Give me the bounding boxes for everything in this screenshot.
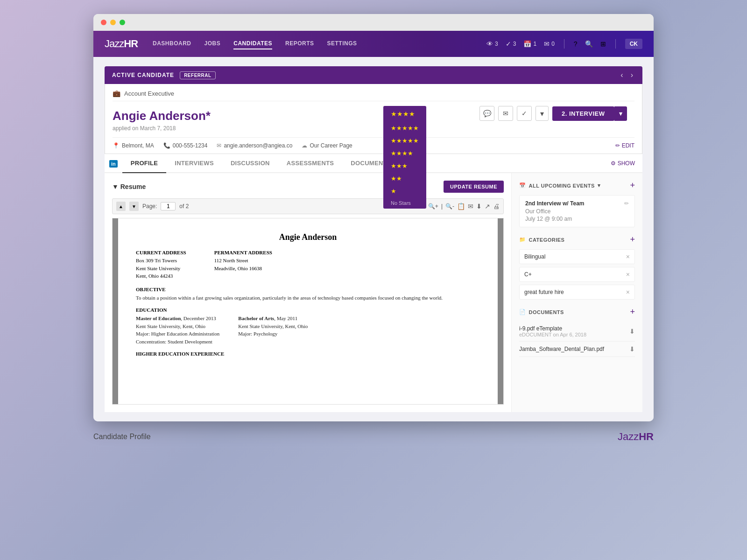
nav-divider [564,39,564,49]
calendar-icon: 📅 [523,40,531,48]
update-resume-button[interactable]: UPDATE RESUME [444,181,504,193]
edit-link[interactable]: ✏ EDIT [615,142,634,149]
location-meta: 📍 Belmont, MA [113,142,154,149]
active-candidate-right: ‹ › [619,71,635,79]
permanent-address-label: PERMANENT ADDRESS [214,250,272,255]
download-jamba-button[interactable]: ⬇ [629,345,635,353]
zoom-out-icon[interactable]: 🔍- [445,203,454,210]
checklist-button[interactable]: ✓ [517,106,532,121]
pdf-up-button[interactable]: ▲ [116,202,126,211]
category-cplus: C+ × [519,267,635,282]
show-button[interactable]: ⚙ SHOW [603,155,642,171]
browser-window: JazzHR DASHBOARD JOBS CANDIDATES REPORTS… [93,14,654,421]
next-candidate-arrow[interactable]: › [629,71,635,79]
stars-4-row[interactable]: ★★★★ [383,147,426,160]
download-pdf-icon[interactable]: ⬇ [476,203,482,210]
tab-assessments[interactable]: ASSESSMENTS [278,154,343,173]
nav-link-dashboard[interactable]: DASHBOARD [153,38,191,49]
edu-right-date: , May 2011 [274,315,297,321]
email-pdf-icon[interactable]: ✉ [468,203,473,210]
documents-label: DOCUMENTS [529,309,564,315]
minimize-dot[interactable] [110,20,116,25]
remove-bilingual-button[interactable]: × [626,253,630,260]
message-icon: ✉ [544,40,550,48]
event-edit-button[interactable]: ✏ [624,200,629,207]
briefcase-icon: 💼 [113,90,120,97]
comment-button[interactable]: 💬 [479,106,494,121]
objective-section: OBJECTIVE To obtain a position within a … [136,287,480,302]
event-date: July 12 @ 9:00 am [525,216,584,222]
zoom-in-icon[interactable]: 🔍+ [428,203,438,210]
categories-section: 📁 CATEGORIES + Bilingual × C+ × gr [519,235,635,300]
categories-header: 📁 CATEGORIES + [519,235,635,245]
candidate-info-row: Angie Anderson* applied on March 7, 2018… [113,101,634,137]
tab-interviews[interactable]: INTERVIEWS [166,154,222,173]
grid-icon[interactable]: ⊞ [600,40,606,48]
nav-link-candidates[interactable]: CANDIDATES [233,38,272,49]
stars-2-row[interactable]: ★★ [383,172,426,185]
email-button[interactable]: ✉ [498,106,513,121]
open-pdf-icon[interactable]: ↗ [485,203,490,210]
download-i9-button[interactable]: ⬇ [629,328,635,335]
user-menu[interactable]: CK [625,39,642,49]
search-icon[interactable]: 🔍 [585,40,593,48]
copy-icon[interactable]: 📋 [457,203,465,210]
pdf-down-button[interactable]: ▼ [129,202,139,211]
remove-greatfuturehire-button[interactable]: × [626,288,630,296]
add-category-button[interactable]: + [630,235,635,245]
category-bilingual: Bilingual × [519,249,635,264]
edu-left-school: Kent State University, Kent, Ohio [136,322,219,330]
email-meta: ✉ angie.anderson@angiea.co [217,142,292,149]
pdf-toolbar-right: 🔍+ | 🔍- 📋 ✉ ⬇ ↗ 🖨 [428,203,500,210]
job-title-row: 💼 Account Executive [113,84,634,101]
edu-left: Master of Education, December 2013 Kent … [136,315,219,345]
edu-right-major: Major: Psychology [238,330,308,338]
stars-1-row[interactable]: ★ [383,185,426,197]
eye-group: 👁 3 [486,40,498,48]
print-pdf-icon[interactable]: 🖨 [493,203,500,210]
stars-5b-row[interactable]: ★★★★★ [383,134,426,147]
page-number-input[interactable] [161,202,176,210]
resume-right-bar [498,218,503,404]
footer-hr: HR [639,431,654,442]
edu-right-degree-bold: Bachelor of Arts [238,315,274,321]
edit-label: EDIT [622,142,634,149]
remove-cplus-button[interactable]: × [626,271,630,278]
document-i9-name: i-9.pdf eTemplate [519,325,586,332]
nav-link-jobs[interactable]: JOBS [204,38,221,49]
edu-right-degree: Bachelor of Arts, May 2011 [238,315,308,322]
current-addr-line2: Kent State University [136,265,186,273]
check-group: ✓ 3 [506,40,516,48]
perm-addr-line2: Meadville, Ohio 16638 [214,265,272,273]
pdf-separator: | [441,203,443,210]
nav-link-reports[interactable]: REPORTS [285,38,314,49]
tab-profile[interactable]: PROFILE [122,154,166,173]
candidate-location: Belmont, MA [122,142,154,149]
current-address-label: CURRENT ADDRESS [136,250,186,255]
help-icon[interactable]: ? [574,40,578,48]
stage-dropdown-button[interactable]: ▾ [614,106,627,121]
tab-discussion[interactable]: DISCUSSION [222,154,278,173]
calendar-group: 📅 1 [523,40,536,48]
phone-meta: 📞 000-555-1234 [163,142,208,149]
resume-addresses: CURRENT ADDRESS Box 309 Tri Towers Kent … [136,250,480,280]
no-stars-option[interactable]: No Stars [383,197,426,209]
objective-label: OBJECTIVE [136,287,480,292]
maximize-dot[interactable] [120,20,125,25]
more-actions-button[interactable]: ▾ [536,106,549,121]
rating-button[interactable]: ★★★★ [383,106,426,122]
add-event-button[interactable]: + [630,181,635,190]
stars-5-row[interactable]: ★★★★★ [383,122,426,134]
stars-3-row[interactable]: ★★★ [383,160,426,172]
linkedin-tab[interactable]: in [105,154,122,172]
phone-icon: 📞 [163,142,170,149]
logo-jazz: Jazz [105,38,124,49]
close-dot[interactable] [101,20,106,25]
stage-button[interactable]: 2. INTERVIEW [552,106,614,121]
eye-icon: 👁 [486,40,493,48]
page-footer: Candidate Profile JazzHR [93,421,654,448]
add-document-button[interactable]: + [630,307,635,317]
nav-link-settings[interactable]: SETTINGS [327,38,357,49]
prev-candidate-arrow[interactable]: ‹ [619,71,625,79]
events-caret[interactable]: ▾ [598,182,601,189]
